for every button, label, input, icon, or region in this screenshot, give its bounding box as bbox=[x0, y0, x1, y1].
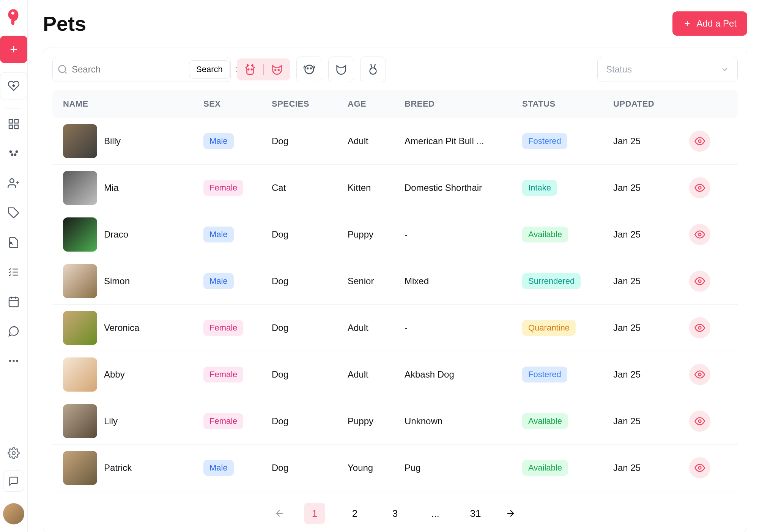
dog-filter-icon[interactable] bbox=[244, 63, 257, 76]
pet-name: Draco bbox=[104, 229, 128, 240]
table-row[interactable]: Patrick Male Dog Young Pug Available Jan… bbox=[52, 445, 738, 491]
col-updated: UPDATED bbox=[613, 99, 689, 109]
page-number[interactable]: 1 bbox=[304, 503, 325, 524]
actions-cell bbox=[689, 271, 727, 292]
status-cell: Quarantine bbox=[522, 320, 613, 336]
pets-icon[interactable] bbox=[8, 148, 20, 160]
pet-image bbox=[63, 124, 97, 158]
species-filter-other1[interactable] bbox=[296, 57, 322, 82]
svg-rect-4 bbox=[15, 125, 18, 129]
svg-rect-5 bbox=[9, 125, 13, 129]
col-species: SPECIES bbox=[272, 99, 348, 109]
table-row[interactable]: Draco Male Dog Puppy - Available Jan 25 bbox=[52, 211, 738, 258]
age-cell: Puppy bbox=[348, 416, 405, 427]
actions-cell bbox=[689, 411, 727, 432]
name-cell: Billy bbox=[63, 124, 203, 158]
svg-point-24 bbox=[12, 452, 15, 455]
updated-cell: Jan 25 bbox=[613, 183, 689, 193]
page-number[interactable]: 2 bbox=[344, 503, 365, 524]
table-row[interactable]: Abby Female Dog Adult Akbash Dog Fostere… bbox=[52, 351, 738, 398]
people-icon[interactable] bbox=[8, 177, 20, 189]
svg-point-7 bbox=[16, 150, 18, 153]
tasks-icon[interactable] bbox=[8, 266, 20, 278]
page-number[interactable]: 3 bbox=[384, 503, 406, 524]
page-ellipsis: ... bbox=[425, 503, 446, 524]
next-page-button[interactable] bbox=[505, 508, 516, 519]
species-cell: Dog bbox=[272, 416, 348, 427]
status-cell: Fostered bbox=[522, 133, 613, 149]
filter-divider bbox=[263, 64, 264, 75]
chevron-down-icon bbox=[721, 65, 729, 74]
species-filter-other2[interactable] bbox=[328, 57, 354, 82]
view-button[interactable] bbox=[689, 131, 710, 152]
pets-card: Search Status NAME S bbox=[43, 47, 747, 532]
svg-point-46 bbox=[699, 467, 701, 469]
breed-cell: Unknown bbox=[405, 416, 522, 427]
view-button[interactable] bbox=[689, 411, 710, 432]
sex-badge: Female bbox=[203, 413, 243, 429]
status-badge: Surrendered bbox=[522, 273, 581, 289]
intake-icon[interactable] bbox=[8, 236, 20, 249]
cat-filter-icon[interactable] bbox=[271, 63, 283, 76]
breed-cell: American Pit Bull ... bbox=[405, 136, 522, 146]
svg-point-44 bbox=[699, 373, 701, 376]
sidebar-add-button[interactable] bbox=[0, 36, 27, 63]
svg-point-35 bbox=[305, 65, 314, 74]
tag-icon[interactable] bbox=[8, 207, 20, 219]
col-age: AGE bbox=[348, 99, 405, 109]
more-icon[interactable] bbox=[8, 355, 20, 367]
status-cell: Surrendered bbox=[522, 273, 613, 289]
svg-point-23 bbox=[16, 360, 18, 362]
messages-icon[interactable] bbox=[8, 325, 20, 337]
age-cell: Adult bbox=[348, 136, 405, 146]
view-button[interactable] bbox=[689, 224, 710, 245]
search-submit-button[interactable]: Search bbox=[189, 60, 230, 79]
name-cell: Patrick bbox=[63, 451, 203, 485]
svg-point-10 bbox=[10, 179, 14, 183]
table-row[interactable]: Billy Male Dog Adult American Pit Bull .… bbox=[52, 118, 738, 165]
col-sex: SEX bbox=[203, 99, 272, 109]
view-button[interactable] bbox=[689, 364, 710, 385]
species-cell: Cat bbox=[272, 183, 348, 193]
pet-name: Billy bbox=[104, 136, 121, 146]
sex-cell: Male bbox=[203, 273, 272, 289]
table-row[interactable]: Simon Male Dog Senior Mixed Surrendered … bbox=[52, 258, 738, 305]
status-badge: Fostered bbox=[522, 367, 567, 382]
page-number[interactable]: 31 bbox=[465, 503, 486, 524]
name-cell: Draco bbox=[63, 217, 203, 252]
eye-icon bbox=[694, 369, 705, 380]
status-filter-dropdown[interactable]: Status bbox=[597, 57, 738, 82]
search-icon bbox=[57, 64, 68, 75]
view-button[interactable] bbox=[689, 177, 710, 198]
sidebar-favorites-button[interactable] bbox=[0, 72, 27, 99]
sex-badge: Male bbox=[203, 273, 234, 289]
eye-icon bbox=[694, 416, 705, 427]
view-button[interactable] bbox=[689, 457, 710, 478]
sex-cell: Female bbox=[203, 320, 272, 336]
age-cell: Adult bbox=[348, 323, 405, 333]
settings-icon[interactable] bbox=[8, 447, 20, 459]
svg-point-8 bbox=[11, 153, 14, 156]
table-row[interactable]: Veronica Female Dog Adult - Quarantine J… bbox=[52, 305, 738, 351]
view-button[interactable] bbox=[689, 271, 710, 292]
updated-cell: Jan 25 bbox=[613, 416, 689, 427]
col-status: STATUS bbox=[522, 99, 613, 109]
prev-page-button[interactable] bbox=[274, 508, 285, 519]
view-button[interactable] bbox=[689, 317, 710, 338]
add-pet-button[interactable]: Add a Pet bbox=[672, 11, 747, 36]
calendar-icon[interactable] bbox=[8, 296, 20, 308]
pet-image bbox=[63, 404, 97, 438]
search-input[interactable] bbox=[72, 64, 185, 75]
table-row[interactable]: Mia Female Cat Kitten Domestic Shorthair… bbox=[52, 165, 738, 211]
dashboard-icon[interactable] bbox=[8, 118, 20, 130]
logo-icon bbox=[4, 8, 23, 27]
sex-cell: Male bbox=[203, 133, 272, 149]
help-chat-button[interactable] bbox=[3, 471, 24, 492]
user-avatar[interactable] bbox=[3, 503, 24, 524]
svg-rect-2 bbox=[9, 120, 13, 123]
actions-cell bbox=[689, 364, 727, 385]
species-filter-other3[interactable] bbox=[360, 57, 386, 82]
status-filter-label: Status bbox=[606, 64, 632, 75]
table-row[interactable]: Lily Female Dog Puppy Unknown Available … bbox=[52, 398, 738, 445]
svg-point-9 bbox=[14, 153, 17, 156]
